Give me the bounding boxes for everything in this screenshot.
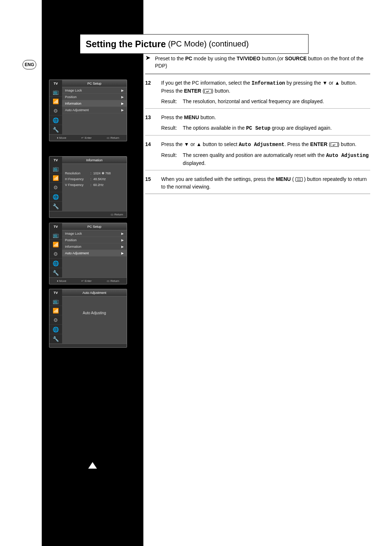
osd-pc-setup-2: TV PC Setup 📺 📶 ⚙ 🌐 🔧 Image Lock▶ Positi… xyxy=(49,223,127,284)
osd-title: Information xyxy=(62,157,127,164)
osd-icon-5: 🔧 xyxy=(49,334,62,344)
step-13: 13 Press the MENU button. Result: The op… xyxy=(145,109,370,136)
osd-icon-4: 🌐 xyxy=(49,116,62,125)
menu-icon xyxy=(295,177,303,182)
language-badge: ENG xyxy=(23,60,36,69)
osd-info-body: Resolution:1024 ✽ 768 H Frequency:48.5KH… xyxy=(62,164,127,211)
page-title-sub: (PC Mode) (continued) xyxy=(168,39,249,49)
osd-item: Image Lock▶ xyxy=(62,230,127,237)
osd-icon-1: 📺 xyxy=(49,230,62,240)
osd-auto-adjusting-body: Auto Adjusting xyxy=(62,296,127,344)
osd-icon-2: 📶 xyxy=(49,97,62,106)
osd-item-selected: Information▶ xyxy=(62,100,127,107)
osd-item-list: Image Lock▶ Position▶ Information▶ Auto … xyxy=(62,87,127,134)
page-title-box: Setting the Picture (PC Mode) (continued… xyxy=(80,34,309,54)
result-label: Result: xyxy=(161,98,177,105)
osd-icon-4: 🌐 xyxy=(49,325,62,334)
osd-item: Position▶ xyxy=(62,94,127,100)
osd-pc-setup-1: TV PC Setup 📺 📶 ⚙ 🌐 🔧 Image Lock▶ Positi… xyxy=(49,80,127,141)
osd-item: Auto Adjustment▶ xyxy=(62,107,127,113)
osd-icon-3: ⚙ xyxy=(49,106,62,116)
osd-item: Position▶ xyxy=(62,237,127,243)
enter-icon xyxy=(204,89,212,93)
osd-icon-5: 🔧 xyxy=(49,202,62,211)
osd-icon-5: 🔧 xyxy=(49,268,62,278)
osd-title: Auto Adjustment xyxy=(62,289,127,296)
step-12: 12 If you get the PC information, select… xyxy=(145,74,370,109)
info-row: V Frequency:60.2Hz xyxy=(62,182,127,188)
osd-footer xyxy=(49,344,127,347)
osd-tv-label: TV xyxy=(49,80,62,87)
info-row: H Frequency:48.5KHz xyxy=(62,176,127,182)
osd-tv-label: TV xyxy=(49,157,62,164)
step-number: 15 xyxy=(145,175,155,191)
auto-adjusting-text: Auto Adjusting xyxy=(62,296,127,329)
osd-side-icons: 📺 📶 ⚙ 🌐 🔧 xyxy=(49,296,62,344)
osd-icon-4: 🌐 xyxy=(49,259,62,268)
step-number: 12 xyxy=(145,79,155,105)
result-label: Result: xyxy=(161,124,177,132)
page-number: 30 xyxy=(89,469,93,473)
osd-title: PC Setup xyxy=(62,223,127,230)
osd-title: PC Setup xyxy=(62,80,127,87)
osd-icon-5: 🔧 xyxy=(49,125,62,134)
page-title-main: Setting the Picture xyxy=(86,39,166,49)
step-14: 14 Press the ▼ or ▲ button to select Aut… xyxy=(145,136,370,170)
osd-footer: ♦ Move ↵ Enter ▭ Return xyxy=(49,278,127,284)
osd-footer: ▭ Return xyxy=(49,211,127,218)
instruction-column: ➤ Preset to the PC mode by using the TV/… xyxy=(145,55,370,194)
result-label: Result: xyxy=(161,151,177,167)
osd-icon-2: 📶 xyxy=(49,240,62,249)
osd-tv-label: TV xyxy=(49,223,62,230)
osd-side-icons: 📺 📶 ⚙ 🌐 🔧 xyxy=(49,230,62,278)
step-number: 14 xyxy=(145,141,155,167)
osd-icon-3: ⚙ xyxy=(49,315,62,325)
osd-footer: ♦ Move ↵ Enter ▭ Return xyxy=(49,134,127,141)
result-text: The resolution, horizontal and vertical … xyxy=(183,98,324,105)
osd-icon-1: 📺 xyxy=(49,296,62,306)
osd-icon-3: ⚙ xyxy=(49,249,62,259)
result-text: The options available in the PC Setup gr… xyxy=(183,124,332,132)
osd-item: Information▶ xyxy=(62,243,127,250)
arrow-icon: ➤ xyxy=(145,55,151,60)
info-row: Resolution:1024 ✽ 768 xyxy=(62,170,127,176)
step-number: 13 xyxy=(145,114,155,132)
osd-icon-4: 🌐 xyxy=(49,192,62,202)
osd-auto-adjustment: TV Auto Adjustment 📺 📶 ⚙ 🌐 🔧 Auto Adjust… xyxy=(49,289,127,348)
osd-icon-3: ⚙ xyxy=(49,183,62,192)
osd-side-icons: 📺 📶 ⚙ 🌐 🔧 xyxy=(49,164,62,211)
osd-icon-1: 📺 xyxy=(49,164,62,173)
osd-side-icons: 📺 📶 ⚙ 🌐 🔧 xyxy=(49,87,62,134)
osd-information: TV Information 📺 📶 ⚙ 🌐 🔧 Resolution:1024… xyxy=(49,156,127,218)
osd-icon-2: 📶 xyxy=(49,173,62,183)
osd-icon-2: 📶 xyxy=(49,306,62,315)
osd-item: Image Lock▶ xyxy=(62,87,127,94)
intro-paragraph: ➤ Preset to the PC mode by using the TV/… xyxy=(145,55,370,74)
result-text: The screen quality and position are auto… xyxy=(183,151,370,167)
osd-item-list: Image Lock▶ Position▶ Information▶ Auto … xyxy=(62,230,127,278)
osd-tv-label: TV xyxy=(49,289,62,296)
osd-item-selected: Auto Adjustment▶ xyxy=(62,250,127,256)
page-number-triangle-icon xyxy=(88,462,97,469)
step-15: 15 When you are satisfied with the setti… xyxy=(145,170,370,194)
osd-icon-1: 📺 xyxy=(49,87,62,97)
enter-icon xyxy=(331,142,338,147)
